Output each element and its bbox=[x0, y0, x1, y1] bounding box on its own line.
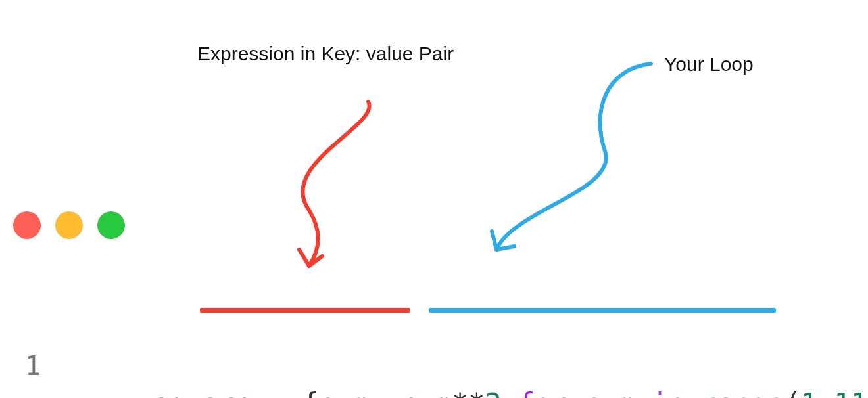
tok-colon: : bbox=[368, 387, 402, 398]
tok-space bbox=[568, 387, 585, 398]
tok-val-num: num bbox=[402, 387, 452, 398]
code-block: 1 square = {num: num**2 for num in range… bbox=[13, 269, 868, 398]
underline-loop bbox=[429, 308, 776, 313]
tok-comma: , bbox=[817, 387, 834, 398]
tok-space bbox=[685, 387, 701, 398]
tok-iter-num: num bbox=[585, 387, 635, 398]
tok-var-square: square bbox=[153, 387, 253, 398]
tok-space bbox=[635, 387, 651, 398]
tok-pow: ** bbox=[452, 387, 485, 398]
tok-eleven: 11 bbox=[834, 387, 868, 398]
tok-lparen: ( bbox=[784, 387, 801, 398]
tok-space bbox=[502, 387, 518, 398]
tok-eq: = bbox=[252, 387, 302, 398]
code-line-1: 1 square = {num: num**2 for num in range… bbox=[13, 347, 868, 398]
tok-range: range bbox=[701, 387, 784, 398]
tok-in: in bbox=[651, 387, 685, 398]
line-number: 1 bbox=[13, 347, 41, 384]
tok-for: for bbox=[518, 387, 568, 398]
tok-lbrace: { bbox=[302, 387, 318, 398]
tok-key-num: num bbox=[319, 387, 369, 398]
underline-expression bbox=[200, 308, 410, 313]
tok-one: 1 bbox=[801, 387, 817, 398]
tok-two: 2 bbox=[485, 387, 501, 398]
